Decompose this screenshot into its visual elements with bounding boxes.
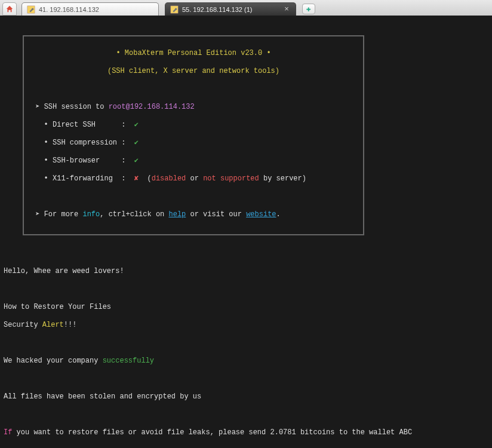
opt-x11: • X11-forwarding : ✘ (disabled or not su… bbox=[31, 174, 356, 183]
msg-howto: How to Restore Your Files bbox=[4, 303, 488, 312]
moba-info-line: ➤ For more info, ctrl+click on help or v… bbox=[31, 210, 356, 219]
opt-compression: • SSH compression : ✔ bbox=[31, 139, 356, 148]
check-icon: ✔ bbox=[134, 157, 139, 165]
check-icon: ✔ bbox=[134, 121, 139, 129]
check-icon: ✔ bbox=[134, 139, 139, 147]
opt-direct-ssh: • Direct SSH : ✔ bbox=[31, 121, 356, 130]
wrench-icon bbox=[170, 5, 179, 14]
msg-hacked: We hacked your company successfully bbox=[4, 357, 488, 366]
wrench-icon bbox=[27, 5, 35, 14]
close-icon[interactable]: × bbox=[282, 5, 291, 14]
tab-1-label: 41. 192.168.114.132 bbox=[39, 6, 153, 13]
session-target: root@192.168.114.132 bbox=[109, 103, 195, 111]
tab-2-label: 55. 192.168.114.132 (1) bbox=[182, 6, 279, 13]
home-button[interactable] bbox=[2, 2, 17, 16]
home-icon bbox=[5, 5, 14, 13]
opt-browser: • SSH-browser : ✔ bbox=[31, 157, 356, 165]
moba-subtitle: (SSH client, X server and network tools) bbox=[31, 67, 356, 76]
msg-allfiles: All files have been stolen and encrypted… bbox=[4, 392, 488, 401]
cross-icon: ✘ bbox=[134, 174, 139, 183]
msg-if1: If you want to restore files or avoid fi… bbox=[4, 428, 488, 437]
new-tab-button[interactable]: ✚ bbox=[302, 4, 315, 14]
website-link[interactable]: website bbox=[246, 210, 276, 219]
ssh-session-line: ➤ SSH session to root@192.168.114.132 bbox=[31, 103, 356, 112]
tab-2-active[interactable]: 55. 192.168.114.132 (1) × bbox=[165, 2, 296, 16]
terminal-output[interactable]: • MobaXterm Personal Edition v23.0 • (SS… bbox=[0, 16, 492, 448]
msg-hello: Hello, Whee are weed lovers! bbox=[4, 267, 488, 276]
plus-icon: ✚ bbox=[306, 4, 311, 14]
tab-1[interactable]: 41. 192.168.114.132 bbox=[21, 2, 159, 16]
moba-banner: • MobaXterm Personal Edition v23.0 • (SS… bbox=[23, 35, 364, 235]
help-link[interactable]: help bbox=[168, 210, 186, 219]
tab-bar: 41. 192.168.114.132 55. 192.168.114.132 … bbox=[0, 0, 492, 16]
moba-title: • MobaXterm Personal Edition v23.0 • bbox=[31, 49, 356, 58]
msg-security: Security Alert!!! bbox=[4, 321, 488, 330]
